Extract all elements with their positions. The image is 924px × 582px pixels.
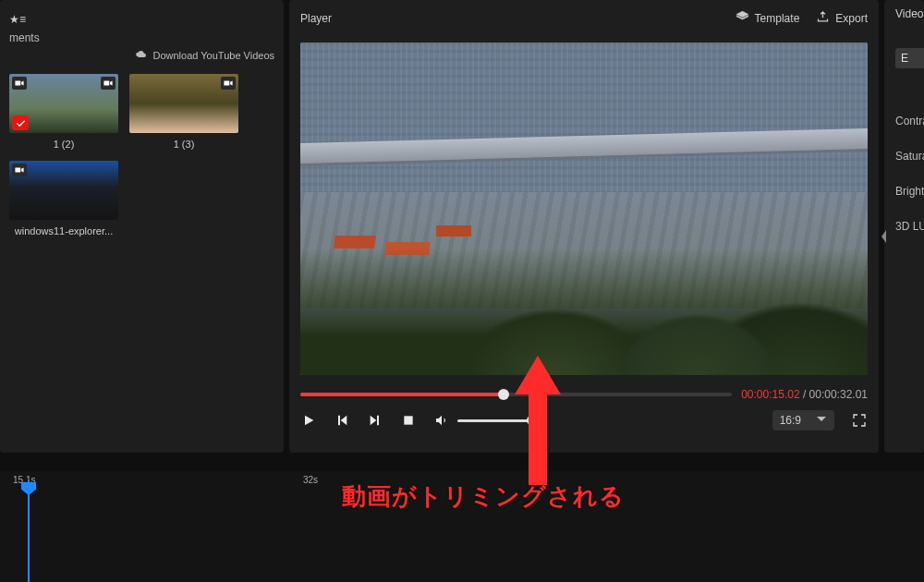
player-panel: Player Template Export xyxy=(289,0,879,453)
time-current: 00:00:15.02 xyxy=(741,388,799,401)
media-panel: ★≡ ments Download YouTube Videos 1 (2) xyxy=(0,0,284,453)
stop-button[interactable] xyxy=(400,412,417,429)
media-thumb[interactable] xyxy=(9,161,118,220)
media-panel-title: ments xyxy=(9,31,274,44)
camera-icon xyxy=(101,77,116,90)
export-button[interactable]: Export xyxy=(816,10,868,27)
seek-bar[interactable] xyxy=(300,393,732,396)
export-label: Export xyxy=(835,12,868,25)
media-thumb[interactable] xyxy=(9,74,118,133)
media-thumb[interactable] xyxy=(129,74,238,133)
media-thumb-label: windows11-explorer... xyxy=(15,225,113,236)
volume-icon[interactable] xyxy=(433,412,450,429)
timecode: 00:00:15.02 / 00:00:32.01 xyxy=(741,388,868,401)
camera-icon xyxy=(12,77,27,90)
download-youtube-label: Download YouTube Videos xyxy=(153,50,275,61)
properties-tab-button[interactable]: E xyxy=(895,48,924,68)
prop-3dlut-label: 3D LU xyxy=(895,220,924,233)
download-youtube-link[interactable]: Download YouTube Videos xyxy=(9,44,274,70)
template-button[interactable]: Template xyxy=(736,10,800,27)
media-thumb-label: 1 (2) xyxy=(54,139,75,150)
template-label: Template xyxy=(755,12,800,25)
time-total: 00:00:32.01 xyxy=(809,388,868,401)
selected-check-icon xyxy=(12,115,29,130)
camera-icon xyxy=(12,164,27,176)
prev-frame-button[interactable] xyxy=(334,412,350,429)
camera-icon xyxy=(221,77,236,90)
player-title: Player xyxy=(300,12,719,25)
cloud-download-icon xyxy=(135,50,148,61)
volume-slider[interactable] xyxy=(457,419,531,422)
aspect-ratio-value: 16:9 xyxy=(780,414,801,427)
favorite-icon: ★≡ xyxy=(9,13,26,26)
chevron-down-icon xyxy=(816,414,827,427)
export-icon xyxy=(816,10,830,27)
annotation-text: 動画がトリミングされる xyxy=(342,480,625,513)
video-preview[interactable] xyxy=(300,42,868,375)
properties-title: Video P xyxy=(895,7,924,20)
collapse-properties-icon[interactable] xyxy=(878,226,891,247)
playhead[interactable] xyxy=(28,480,30,582)
fullscreen-button[interactable] xyxy=(851,412,868,429)
layers-icon xyxy=(736,10,749,27)
prop-brightness-label: Bright xyxy=(895,185,924,198)
next-frame-button[interactable] xyxy=(367,412,383,429)
prop-saturation-label: Satura xyxy=(895,150,924,163)
media-thumb-label: 1 (3) xyxy=(174,139,195,150)
aspect-ratio-select[interactable]: 16:9 xyxy=(772,410,834,430)
play-button[interactable] xyxy=(300,412,317,429)
svg-rect-0 xyxy=(404,416,412,424)
prop-contrast-label: Contra xyxy=(895,115,924,127)
playhead-cap-icon xyxy=(21,482,36,495)
ruler-mark: 32s xyxy=(303,475,318,485)
